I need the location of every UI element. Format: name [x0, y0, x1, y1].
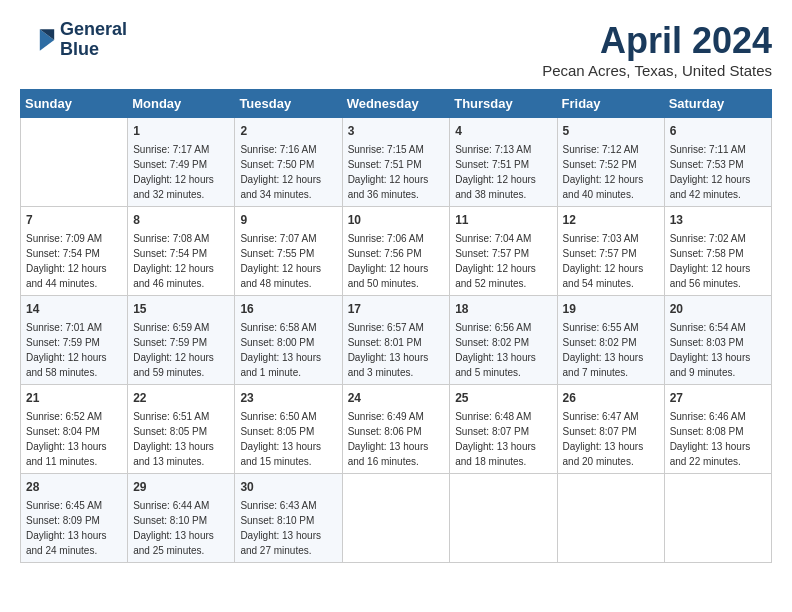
cell-info: Sunset: 7:55 PM	[240, 246, 336, 261]
cell-info: Sunset: 8:08 PM	[670, 424, 766, 439]
cell-info: Sunset: 8:06 PM	[348, 424, 445, 439]
calendar-cell	[664, 474, 771, 563]
cell-info: Sunset: 7:56 PM	[348, 246, 445, 261]
day-number: 29	[133, 478, 229, 496]
day-number: 1	[133, 122, 229, 140]
calendar-cell: 25Sunrise: 6:48 AMSunset: 8:07 PMDayligh…	[450, 385, 557, 474]
calendar-cell: 26Sunrise: 6:47 AMSunset: 8:07 PMDayligh…	[557, 385, 664, 474]
day-number: 11	[455, 211, 551, 229]
cell-info: Sunrise: 7:12 AM	[563, 142, 659, 157]
logo: General Blue	[20, 20, 127, 60]
cell-info: Daylight: 12 hours	[26, 261, 122, 276]
calendar-cell: 4Sunrise: 7:13 AMSunset: 7:51 PMDaylight…	[450, 118, 557, 207]
calendar-cell: 30Sunrise: 6:43 AMSunset: 8:10 PMDayligh…	[235, 474, 342, 563]
cell-info: and 20 minutes.	[563, 454, 659, 469]
calendar-cell: 22Sunrise: 6:51 AMSunset: 8:05 PMDayligh…	[128, 385, 235, 474]
weekday-header: Tuesday	[235, 90, 342, 118]
cell-info: Daylight: 13 hours	[670, 439, 766, 454]
cell-info: Sunset: 7:54 PM	[133, 246, 229, 261]
cell-info: Daylight: 13 hours	[240, 439, 336, 454]
cell-info: and 25 minutes.	[133, 543, 229, 558]
cell-info: Sunset: 7:54 PM	[26, 246, 122, 261]
cell-info: Daylight: 12 hours	[670, 261, 766, 276]
cell-info: Sunrise: 7:06 AM	[348, 231, 445, 246]
calendar-cell: 9Sunrise: 7:07 AMSunset: 7:55 PMDaylight…	[235, 207, 342, 296]
calendar-cell: 24Sunrise: 6:49 AMSunset: 8:06 PMDayligh…	[342, 385, 450, 474]
logo-line2: Blue	[60, 40, 127, 60]
cell-info: and 46 minutes.	[133, 276, 229, 291]
cell-info: and 7 minutes.	[563, 365, 659, 380]
cell-info: Sunrise: 6:55 AM	[563, 320, 659, 335]
day-number: 27	[670, 389, 766, 407]
cell-info: and 16 minutes.	[348, 454, 445, 469]
header: General Blue April 2024 Pecan Acres, Tex…	[20, 20, 772, 79]
cell-info: Daylight: 12 hours	[563, 172, 659, 187]
cell-info: Sunrise: 6:57 AM	[348, 320, 445, 335]
cell-info: Sunset: 7:53 PM	[670, 157, 766, 172]
calendar-cell: 1Sunrise: 7:17 AMSunset: 7:49 PMDaylight…	[128, 118, 235, 207]
cell-info: Daylight: 12 hours	[563, 261, 659, 276]
day-number: 14	[26, 300, 122, 318]
cell-info: Daylight: 12 hours	[670, 172, 766, 187]
title-area: April 2024 Pecan Acres, Texas, United St…	[542, 20, 772, 79]
cell-info: Daylight: 12 hours	[240, 172, 336, 187]
day-number: 19	[563, 300, 659, 318]
day-number: 25	[455, 389, 551, 407]
calendar-week-row: 14Sunrise: 7:01 AMSunset: 7:59 PMDayligh…	[21, 296, 772, 385]
cell-info: and 15 minutes.	[240, 454, 336, 469]
calendar-cell: 18Sunrise: 6:56 AMSunset: 8:02 PMDayligh…	[450, 296, 557, 385]
cell-info: Sunrise: 6:59 AM	[133, 320, 229, 335]
calendar-table: SundayMondayTuesdayWednesdayThursdayFrid…	[20, 89, 772, 563]
cell-info: Sunrise: 6:56 AM	[455, 320, 551, 335]
cell-info: Sunset: 8:00 PM	[240, 335, 336, 350]
calendar-cell: 17Sunrise: 6:57 AMSunset: 8:01 PMDayligh…	[342, 296, 450, 385]
cell-info: Daylight: 13 hours	[348, 439, 445, 454]
calendar-week-row: 21Sunrise: 6:52 AMSunset: 8:04 PMDayligh…	[21, 385, 772, 474]
day-number: 5	[563, 122, 659, 140]
cell-info: Sunrise: 6:47 AM	[563, 409, 659, 424]
day-number: 21	[26, 389, 122, 407]
weekday-header: Saturday	[664, 90, 771, 118]
cell-info: Sunset: 8:05 PM	[133, 424, 229, 439]
calendar-header: SundayMondayTuesdayWednesdayThursdayFrid…	[21, 90, 772, 118]
day-number: 6	[670, 122, 766, 140]
cell-info: Daylight: 12 hours	[455, 261, 551, 276]
calendar-body: 1Sunrise: 7:17 AMSunset: 7:49 PMDaylight…	[21, 118, 772, 563]
cell-info: and 38 minutes.	[455, 187, 551, 202]
cell-info: Sunrise: 6:49 AM	[348, 409, 445, 424]
calendar-cell: 3Sunrise: 7:15 AMSunset: 7:51 PMDaylight…	[342, 118, 450, 207]
calendar-cell: 21Sunrise: 6:52 AMSunset: 8:04 PMDayligh…	[21, 385, 128, 474]
cell-info: Daylight: 13 hours	[670, 350, 766, 365]
cell-info: Daylight: 12 hours	[348, 261, 445, 276]
cell-info: Sunset: 8:10 PM	[240, 513, 336, 528]
calendar-cell	[557, 474, 664, 563]
cell-info: and 36 minutes.	[348, 187, 445, 202]
day-number: 26	[563, 389, 659, 407]
calendar-cell: 14Sunrise: 7:01 AMSunset: 7:59 PMDayligh…	[21, 296, 128, 385]
day-number: 12	[563, 211, 659, 229]
cell-info: Daylight: 13 hours	[240, 350, 336, 365]
calendar-cell: 5Sunrise: 7:12 AMSunset: 7:52 PMDaylight…	[557, 118, 664, 207]
cell-info: Sunrise: 7:09 AM	[26, 231, 122, 246]
day-number: 22	[133, 389, 229, 407]
cell-info: and 54 minutes.	[563, 276, 659, 291]
cell-info: Daylight: 13 hours	[133, 439, 229, 454]
day-number: 9	[240, 211, 336, 229]
day-number: 28	[26, 478, 122, 496]
cell-info: and 42 minutes.	[670, 187, 766, 202]
cell-info: Sunrise: 6:52 AM	[26, 409, 122, 424]
cell-info: and 52 minutes.	[455, 276, 551, 291]
day-number: 2	[240, 122, 336, 140]
calendar-cell: 13Sunrise: 7:02 AMSunset: 7:58 PMDayligh…	[664, 207, 771, 296]
cell-info: Sunrise: 7:04 AM	[455, 231, 551, 246]
calendar-cell: 6Sunrise: 7:11 AMSunset: 7:53 PMDaylight…	[664, 118, 771, 207]
cell-info: Daylight: 13 hours	[26, 528, 122, 543]
cell-info: Sunrise: 6:51 AM	[133, 409, 229, 424]
cell-info: Daylight: 12 hours	[133, 350, 229, 365]
weekday-header: Friday	[557, 90, 664, 118]
calendar-cell: 10Sunrise: 7:06 AMSunset: 7:56 PMDayligh…	[342, 207, 450, 296]
calendar-week-row: 28Sunrise: 6:45 AMSunset: 8:09 PMDayligh…	[21, 474, 772, 563]
cell-info: and 59 minutes.	[133, 365, 229, 380]
calendar-week-row: 1Sunrise: 7:17 AMSunset: 7:49 PMDaylight…	[21, 118, 772, 207]
day-number: 23	[240, 389, 336, 407]
